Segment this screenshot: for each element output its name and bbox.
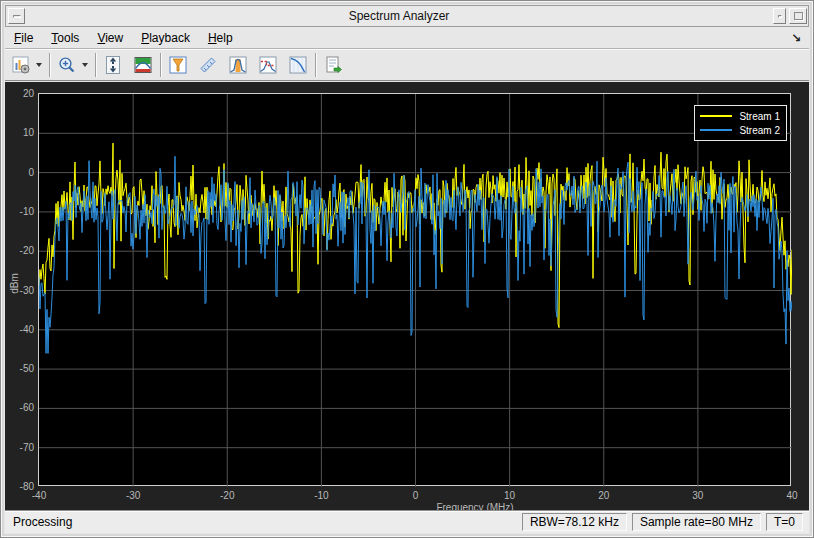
x-tick-label: -20 bbox=[210, 490, 244, 501]
toolbar-overflow-arrow-icon[interactable]: ↘ bbox=[791, 31, 801, 45]
status-bar: Processing RBW=78.12 kHz Sample rate=80 … bbox=[5, 510, 809, 533]
x-tick-label: 0 bbox=[399, 490, 433, 501]
x-tick-label: 10 bbox=[493, 490, 527, 501]
y-tick-label: 20 bbox=[5, 88, 34, 99]
toolbar-separator bbox=[95, 53, 96, 77]
legend-line-stream1 bbox=[700, 115, 732, 117]
status-time: T=0 bbox=[766, 513, 803, 531]
x-tick-label: 20 bbox=[587, 490, 621, 501]
x-tick-label: -40 bbox=[22, 490, 56, 501]
ccdf-measurements-button[interactable] bbox=[286, 53, 310, 77]
y-tick-label: -10 bbox=[5, 206, 34, 217]
spectrum-analyzer-window: Spectrum Analyzer File Tools View Playba… bbox=[0, 0, 814, 538]
spectrum-plot bbox=[39, 94, 792, 487]
y-tick-label: -60 bbox=[5, 402, 34, 413]
x-tick-label: -30 bbox=[116, 490, 150, 501]
titlebar-buttons bbox=[773, 8, 807, 24]
menu-view[interactable]: View bbox=[88, 29, 132, 47]
menu-playback[interactable]: Playback bbox=[132, 29, 199, 47]
zoom-in-icon bbox=[57, 55, 77, 75]
legend-entry-stream2: Stream 2 bbox=[700, 123, 780, 137]
spectrum-settings-icon bbox=[11, 55, 31, 75]
spectrum-spectrogram-button[interactable] bbox=[131, 53, 155, 77]
y-tick-label: 10 bbox=[5, 127, 34, 138]
autoscale-axes-button[interactable] bbox=[101, 53, 125, 77]
spectrum-settings-button[interactable] bbox=[9, 53, 33, 77]
distortion-measurements-button[interactable] bbox=[196, 53, 220, 77]
peak-finder-button[interactable] bbox=[166, 53, 190, 77]
menu-help[interactable]: Help bbox=[199, 29, 242, 47]
distortion-measurements-icon bbox=[198, 55, 218, 75]
x-tick-label: 30 bbox=[681, 490, 715, 501]
figure-area: dBm Stream 1 Stream 2 20100-10-20-30-40-… bbox=[5, 82, 809, 510]
status-message: Processing bbox=[13, 515, 517, 529]
generate-script-icon bbox=[323, 55, 343, 75]
maximize-button[interactable] bbox=[789, 8, 807, 24]
toolbar-separator bbox=[160, 53, 161, 77]
autoscale-axes-icon bbox=[103, 55, 123, 75]
maximize-icon bbox=[794, 12, 803, 20]
y-tick-label: 0 bbox=[5, 167, 34, 178]
y-tick-label: -50 bbox=[5, 363, 34, 374]
generate-script-button[interactable] bbox=[321, 53, 345, 77]
menubar: File Tools View Playback Help ↘ bbox=[5, 28, 809, 49]
window-title: Spectrum Analyzer bbox=[25, 9, 773, 23]
titlebar: Spectrum Analyzer bbox=[5, 5, 809, 27]
menu-tools[interactable]: Tools bbox=[42, 29, 88, 47]
peak-finder-icon bbox=[168, 55, 188, 75]
y-tick-label: -70 bbox=[5, 442, 34, 453]
zoom-dropdown[interactable] bbox=[79, 54, 90, 76]
status-sample-rate: Sample rate=80 MHz bbox=[632, 513, 761, 531]
legend-label-stream1: Stream 1 bbox=[739, 111, 780, 122]
spectral-mask-icon bbox=[258, 55, 278, 75]
minimize-button[interactable] bbox=[773, 8, 786, 24]
channel-measurements-button[interactable] bbox=[226, 53, 250, 77]
plot-area[interactable]: Stream 1 Stream 2 bbox=[38, 93, 791, 486]
spectrum-spectrogram-icon bbox=[133, 55, 153, 75]
legend[interactable]: Stream 1 Stream 2 bbox=[694, 105, 787, 141]
y-tick-label: -20 bbox=[5, 245, 34, 256]
toolbar-separator bbox=[315, 53, 316, 77]
toolbar bbox=[5, 50, 809, 81]
ccdf-measurements-icon bbox=[288, 55, 308, 75]
spectrum-settings-dropdown[interactable] bbox=[33, 54, 44, 76]
toolbar-separator bbox=[49, 53, 50, 77]
x-tick-label: -10 bbox=[304, 490, 338, 501]
window-menu-icon bbox=[13, 15, 21, 18]
y-tick-label: -40 bbox=[5, 324, 34, 335]
y-tick-label: -30 bbox=[5, 285, 34, 296]
status-rbw: RBW=78.12 kHz bbox=[522, 513, 627, 531]
legend-line-stream2 bbox=[700, 129, 732, 131]
zoom-in-button[interactable] bbox=[55, 53, 79, 77]
x-tick-label: 40 bbox=[775, 490, 809, 501]
minimize-icon bbox=[778, 15, 782, 18]
legend-label-stream2: Stream 2 bbox=[739, 125, 780, 136]
legend-entry-stream1: Stream 1 bbox=[700, 109, 780, 123]
channel-measurements-icon bbox=[228, 55, 248, 75]
window-menu-button[interactable] bbox=[8, 8, 25, 24]
spectral-mask-button[interactable] bbox=[256, 53, 280, 77]
menu-file[interactable]: File bbox=[5, 29, 42, 47]
